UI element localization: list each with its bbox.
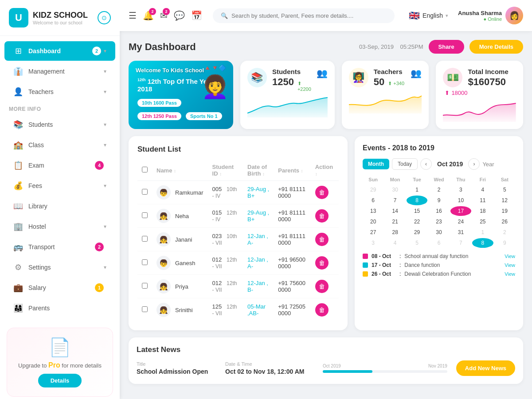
delete-student-button[interactable]: 🗑	[315, 209, 329, 223]
calendar-day[interactable]: 18	[472, 206, 493, 216]
sidebar-item-transport[interactable]: 🚌 Transport 2	[4, 237, 115, 257]
calendar-day[interactable]: 23	[428, 217, 449, 227]
calendar-day[interactable]: 10	[450, 196, 471, 205]
menu-icon[interactable]: ☰	[129, 10, 137, 21]
stat-change: ⬆ +340	[388, 81, 404, 86]
chevron-down-icon: ▾	[446, 13, 448, 19]
table-row: 👧 Janani 023 10th - VII 12-Jan , A- +91 …	[137, 228, 339, 251]
table-row: 👧 Priya 012 12th - VII 12-Jan , B- +91 7…	[137, 275, 339, 298]
calendar-day[interactable]: 29	[407, 227, 427, 237]
calendar-icon[interactable]: 📅	[191, 10, 202, 21]
language-selector[interactable]: 🇬🇧 English ▾	[405, 10, 452, 21]
calendar-day[interactable]: 17	[450, 206, 471, 216]
row-checkbox[interactable]	[142, 306, 148, 312]
calendar-day[interactable]: 7	[450, 238, 471, 248]
calendar-day[interactable]: 19	[494, 206, 515, 216]
add-news-button[interactable]: Add New News	[456, 360, 515, 376]
share-button[interactable]: Share	[429, 40, 464, 54]
calendar-day[interactable]: 6	[363, 196, 383, 205]
month-view-button[interactable]: Month	[363, 159, 389, 169]
calendar-day[interactable]: 9	[494, 238, 515, 248]
row-checkbox[interactable]	[142, 236, 148, 242]
settings-circle-button[interactable]: ⊙	[98, 11, 111, 24]
calendar-day[interactable]: 31	[450, 227, 471, 237]
calendar-day[interactable]: 6	[428, 238, 449, 248]
calendar-day[interactable]: 24	[450, 217, 471, 227]
row-checkbox[interactable]	[142, 259, 148, 265]
dashboard-header: My Dashboard 03-Sep, 2019 05:25PM Share …	[129, 40, 523, 54]
calendar-day[interactable]: 16	[428, 206, 449, 216]
prev-month-button[interactable]: ‹	[420, 158, 432, 170]
calendar-day[interactable]: 8	[407, 196, 427, 205]
circle-icon: ⊙	[102, 14, 107, 21]
sidebar-item-dashboard[interactable]: ⊞ Dashboard 2 ▾	[4, 41, 115, 61]
event-dot	[363, 271, 368, 277]
sidebar-item-class[interactable]: 🏫 Class ▾	[4, 135, 115, 155]
event-view-button[interactable]: View	[505, 271, 515, 277]
row-checkbox[interactable]	[142, 189, 148, 195]
calendar-day[interactable]: 11	[472, 196, 493, 205]
sidebar-item-hostel[interactable]: 🏢 Hostel ▾	[4, 217, 115, 236]
more-details-button[interactable]: More Details	[469, 40, 523, 54]
calendar-day[interactable]: 3	[450, 185, 471, 195]
mail-button[interactable]: ✉ 2	[160, 10, 168, 21]
calendar-day[interactable]: 5	[407, 238, 427, 248]
delete-student-button[interactable]: 🗑	[315, 303, 329, 317]
calendar-day[interactable]: 13	[363, 206, 383, 216]
sidebar-item-label: Dashboard	[28, 47, 92, 55]
delete-student-button[interactable]: 🗑	[315, 256, 329, 270]
calendar-day[interactable]: 25	[472, 217, 493, 227]
year-view-button[interactable]: Year	[482, 161, 494, 168]
calendar-day[interactable]: 7	[384, 196, 405, 205]
calendar-day[interactable]: 27	[363, 227, 383, 237]
calendar-day[interactable]: 14	[384, 206, 405, 216]
student-name: Ganesh	[175, 260, 196, 266]
chat-icon[interactable]: 💬	[174, 10, 185, 21]
sidebar-item-teachers[interactable]: 👤 Teachers ▾	[4, 82, 115, 102]
today-button[interactable]: Today	[392, 158, 418, 170]
calendar-day[interactable]: 2	[494, 227, 515, 237]
select-all-checkbox[interactable]	[142, 167, 148, 172]
calendar-day[interactable]: 26	[494, 217, 515, 227]
row-checkbox[interactable]	[142, 283, 148, 289]
calendar-day[interactable]: 20	[363, 217, 383, 227]
event-view-button[interactable]: View	[505, 254, 515, 259]
calendar-day[interactable]: 2	[428, 185, 449, 195]
calendar-day[interactable]: 1	[472, 227, 493, 237]
delete-student-button[interactable]: 🗑	[315, 233, 329, 246]
calendar-day[interactable]: 30	[428, 227, 449, 237]
calendar-day[interactable]: 28	[384, 227, 405, 237]
calendar-day[interactable]: 1	[407, 185, 427, 195]
notification-button[interactable]: 🔔 2	[143, 10, 154, 21]
mail-badge: 2	[163, 8, 170, 15]
calendar-day[interactable]: 5	[494, 185, 515, 195]
calendar-day[interactable]: 15	[407, 206, 427, 216]
event-view-button[interactable]: View	[505, 262, 515, 268]
calendar-day[interactable]: 8	[472, 238, 493, 248]
calendar-day[interactable]: 3	[363, 238, 383, 248]
row-checkbox[interactable]	[142, 212, 148, 218]
sidebar-item-salary[interactable]: 💼 Salary 1	[4, 278, 115, 297]
calendar-day[interactable]: 4	[472, 185, 493, 195]
calendar-day[interactable]: 21	[384, 217, 405, 227]
sidebar-item-students[interactable]: 📚 Students ▾	[4, 115, 115, 134]
sidebar-item-settings[interactable]: ⚙ Settings ▾	[4, 258, 115, 277]
delete-student-button[interactable]: 🗑	[315, 280, 329, 293]
sidebar-item-parents[interactable]: 👨‍👩‍👧 Parents	[4, 298, 115, 318]
calendar-day[interactable]: 12	[494, 196, 515, 205]
delete-student-button[interactable]: 🗑	[315, 186, 329, 199]
sidebar-item-fees[interactable]: 💰 Fees ▾	[4, 176, 115, 196]
sidebar-item-exam[interactable]: 📋 Exam 4	[4, 156, 115, 175]
calendar-day[interactable]: 9	[428, 196, 449, 205]
sidebar-item-library[interactable]: 📖 Library	[4, 196, 115, 216]
stat-value: 1250	[272, 76, 294, 88]
upgrade-details-button[interactable]: Details	[38, 374, 82, 387]
calendar-day[interactable]: 30	[384, 185, 405, 195]
next-month-button[interactable]: ›	[468, 158, 480, 170]
user-profile[interactable]: Anusha Sharma ● Online 👩	[458, 7, 523, 24]
calendar-day[interactable]: 22	[407, 217, 427, 227]
sidebar-item-management[interactable]: 👔 Management ▾	[4, 62, 115, 81]
search-input[interactable]	[231, 12, 387, 19]
calendar-day[interactable]: 29	[363, 185, 383, 195]
calendar-day[interactable]: 4	[384, 238, 405, 248]
